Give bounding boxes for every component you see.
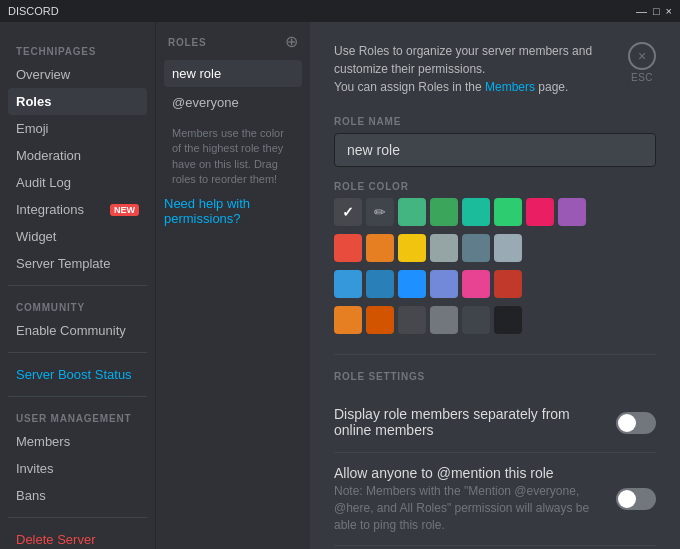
roles-add-button[interactable]: ⊕ <box>285 34 298 50</box>
close-button[interactable]: × <box>666 5 672 17</box>
sidebar-item-delete-server[interactable]: Delete Server <box>8 526 147 549</box>
integrations-new-badge: NEW <box>110 204 139 216</box>
app-body: TECHNIPAGES Overview Roles Emoji Moderat… <box>0 22 680 549</box>
settings-row-display-text: Display role members separately from onl… <box>334 406 600 440</box>
color-swatch-1-4[interactable] <box>462 234 490 262</box>
sidebar-item-moderation[interactable]: Moderation <box>8 142 147 169</box>
color-swatch-2-2[interactable] <box>398 270 426 298</box>
color-swatch-3-2[interactable] <box>398 306 426 334</box>
sidebar-item-emoji[interactable]: Emoji <box>8 115 147 142</box>
color-swatch-2-1[interactable] <box>366 270 394 298</box>
color-swatch-1-1[interactable] <box>366 234 394 262</box>
settings-row-display-separately: Display role members separately from onl… <box>334 394 656 453</box>
role-name-input[interactable] <box>334 133 656 167</box>
roles-help-link[interactable]: Need help with permissions? <box>164 196 250 226</box>
info-banner-text: Use Roles to organize your server member… <box>334 42 616 96</box>
divider-1 <box>8 285 147 286</box>
section-user-mgmt-label: USER MANAGEMENT <box>8 405 147 428</box>
settings-row-mention-text: Allow anyone to @mention this role Note:… <box>334 465 600 533</box>
color-swatch-1-3[interactable] <box>430 234 458 262</box>
esc-label: ESC <box>631 72 653 83</box>
color-swatch-1-0[interactable] <box>334 234 362 262</box>
section-community-label: COMMUNITY <box>8 294 147 317</box>
sidebar-item-enable-community[interactable]: Enable Community <box>8 317 147 344</box>
role-item-new-role[interactable]: new role <box>164 60 302 87</box>
sidebar-item-overview[interactable]: Overview <box>8 61 147 88</box>
sidebar-item-members[interactable]: Members <box>8 428 147 455</box>
roles-header: ROLES ⊕ <box>164 34 302 50</box>
sidebar: TECHNIPAGES Overview Roles Emoji Moderat… <box>0 22 155 549</box>
color-swatch-3-0[interactable] <box>334 306 362 334</box>
divider-2 <box>8 352 147 353</box>
color-swatch-0-5[interactable] <box>558 198 586 226</box>
app-title: DISCORD <box>8 5 59 17</box>
color-picker-section: ROLE COLOR ✏ <box>334 181 656 334</box>
main-content: Use Roles to organize your server member… <box>310 22 680 549</box>
sidebar-item-integrations[interactable]: Integrations NEW <box>8 196 147 223</box>
settings-row-allow-mention: Allow anyone to @mention this role Note:… <box>334 453 656 546</box>
color-swatch-selected[interactable] <box>334 198 362 226</box>
role-item-everyone[interactable]: @everyone <box>164 89 302 116</box>
roles-header-label: ROLES <box>168 37 206 48</box>
sidebar-item-widget[interactable]: Widget <box>8 223 147 250</box>
sidebar-item-roles[interactable]: Roles <box>8 88 147 115</box>
color-swatch-0-1[interactable] <box>430 198 458 226</box>
color-swatch-1-5[interactable] <box>494 234 522 262</box>
window-controls: — □ × <box>636 5 672 17</box>
color-swatch-0-0[interactable] <box>398 198 426 226</box>
role-settings-label: ROLE SETTINGS <box>334 371 656 382</box>
section-technipages-label: TECHNIPAGES <box>8 38 147 61</box>
color-swatch-2-4[interactable] <box>462 270 490 298</box>
toggle-allow-mention[interactable] <box>616 488 656 510</box>
toggle-display-separately[interactable] <box>616 412 656 434</box>
sidebar-item-server-boost[interactable]: Server Boost Status <box>8 361 147 388</box>
color-swatch-2-5[interactable] <box>494 270 522 298</box>
maximize-button[interactable]: □ <box>653 5 660 17</box>
color-eyedropper-button[interactable]: ✏ <box>366 198 394 226</box>
role-name-label: ROLE NAME <box>334 116 656 127</box>
close-button[interactable]: × <box>628 42 656 70</box>
color-options: ✏ <box>334 198 656 334</box>
divider-3 <box>8 396 147 397</box>
color-swatch-3-5[interactable] <box>494 306 522 334</box>
members-link[interactable]: Members <box>485 80 535 94</box>
color-swatch-3-3[interactable] <box>430 306 458 334</box>
color-swatch-1-2[interactable] <box>398 234 426 262</box>
color-swatch-2-0[interactable] <box>334 270 362 298</box>
close-wrapper: × ESC <box>628 42 656 83</box>
color-swatch-0-2[interactable] <box>462 198 490 226</box>
sidebar-item-bans[interactable]: Bans <box>8 482 147 509</box>
color-swatch-3-1[interactable] <box>366 306 394 334</box>
sidebar-item-server-template[interactable]: Server Template <box>8 250 147 277</box>
roles-panel: ROLES ⊕ new role @everyone Members use t… <box>155 22 310 549</box>
sidebar-item-invites[interactable]: Invites <box>8 455 147 482</box>
color-swatch-3-4[interactable] <box>462 306 490 334</box>
roles-help-text: Members use the color of the highest rol… <box>164 118 302 196</box>
divider-4 <box>8 517 147 518</box>
minimize-button[interactable]: — <box>636 5 647 17</box>
color-swatch-2-3[interactable] <box>430 270 458 298</box>
section-divider-1 <box>334 354 656 355</box>
titlebar: DISCORD — □ × <box>0 0 680 22</box>
info-banner: Use Roles to organize your server member… <box>334 42 656 96</box>
color-swatch-0-4[interactable] <box>526 198 554 226</box>
role-color-label: ROLE COLOR <box>334 181 656 192</box>
color-swatch-0-3[interactable] <box>494 198 522 226</box>
sidebar-item-audit-log[interactable]: Audit Log <box>8 169 147 196</box>
